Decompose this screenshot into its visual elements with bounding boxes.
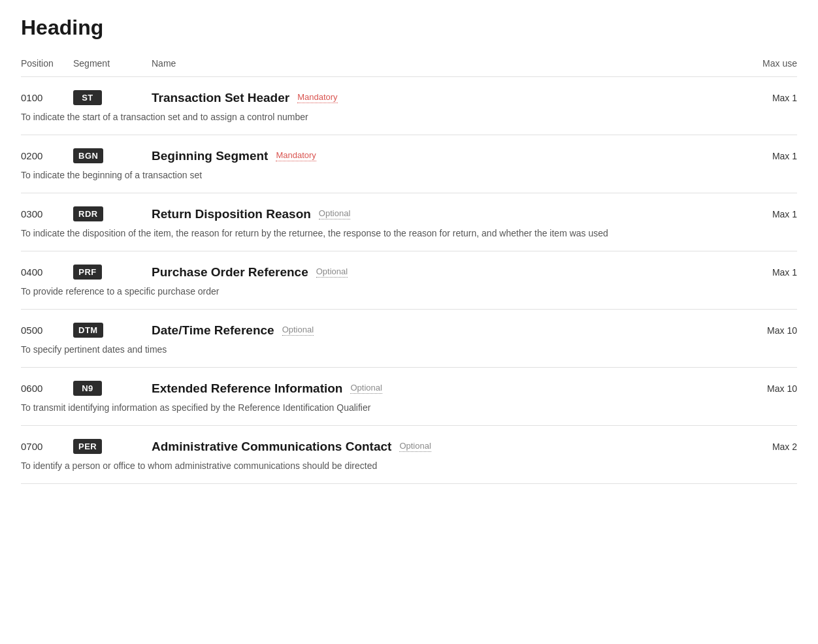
segment-badge: ST [73,90,102,105]
segment-description: To indicate the disposition of the item,… [21,227,797,240]
col-header-name: Name [152,58,732,69]
segment-badge: PRF [73,265,102,280]
segment-badge: BGN [73,148,103,163]
segment-badge: PER [73,439,102,454]
table-row[interactable]: 0600N9Extended Reference InformationOpti… [21,368,797,426]
segments-list: 0100STTransaction Set HeaderMandatoryMax… [21,77,797,484]
segment-description: To provide reference to a specific purch… [21,285,797,298]
position-cell: 0400 [21,266,73,278]
max-use-cell: Max 2 [732,442,797,452]
max-use-cell: Max 10 [732,383,797,394]
segment-name: Purchase Order Reference [152,265,308,280]
position-cell: 0700 [21,441,73,452]
segment-badge: N9 [73,381,102,396]
segment-name: Administrative Communications Contact [152,440,391,454]
segment-name: Transaction Set Header [152,91,289,105]
segment-badge: RDR [73,206,103,221]
position-cell: 0100 [21,92,73,103]
table-row[interactable]: 0700PERAdministrative Communications Con… [21,426,797,484]
segment-name: Extended Reference Information [152,381,342,396]
segment-description: To identify a person or office to whom a… [21,459,797,473]
max-use-cell: Max 1 [732,151,797,161]
segment-name: Date/Time Reference [152,323,274,338]
table-row[interactable]: 0300RDRReturn Disposition ReasonOptional… [21,193,797,251]
max-use-cell: Max 1 [732,93,797,103]
position-cell: 0200 [21,150,73,161]
max-use-cell: Max 10 [732,325,797,336]
segment-status-badge: Mandatory [297,92,337,103]
table-row[interactable]: 0100STTransaction Set HeaderMandatoryMax… [21,77,797,135]
table-header: Position Segment Name Max use [21,53,797,77]
table-row[interactable]: 0400PRFPurchase Order ReferenceOptionalM… [21,251,797,310]
segment-name: Return Disposition Reason [152,207,311,221]
segment-status-badge: Optional [350,383,382,394]
max-use-cell: Max 1 [732,209,797,219]
segment-status-badge: Optional [319,208,350,219]
segment-status-badge: Optional [399,441,431,452]
max-use-cell: Max 1 [732,267,797,278]
col-header-position: Position [21,58,73,69]
segment-description: To indicate the beginning of a transacti… [21,169,797,182]
segment-badge: DTM [73,323,103,338]
position-cell: 0500 [21,325,73,336]
segment-description: To specify pertinent dates and times [21,343,797,357]
position-cell: 0300 [21,208,73,219]
table-row[interactable]: 0200BGNBeginning SegmentMandatoryMax 1To… [21,135,797,193]
col-header-segment: Segment [73,58,152,69]
position-cell: 0600 [21,383,73,394]
segment-description: To indicate the start of a transaction s… [21,110,797,124]
segment-status-badge: Mandatory [276,150,316,161]
segment-status-badge: Optional [282,325,314,336]
segment-description: To transmit identifying information as s… [21,401,797,415]
segment-name: Beginning Segment [152,149,268,163]
table-row[interactable]: 0500DTMDate/Time ReferenceOptionalMax 10… [21,310,797,368]
page-title: Heading [21,16,797,40]
segment-status-badge: Optional [316,266,348,278]
col-header-max-use: Max use [732,58,797,69]
